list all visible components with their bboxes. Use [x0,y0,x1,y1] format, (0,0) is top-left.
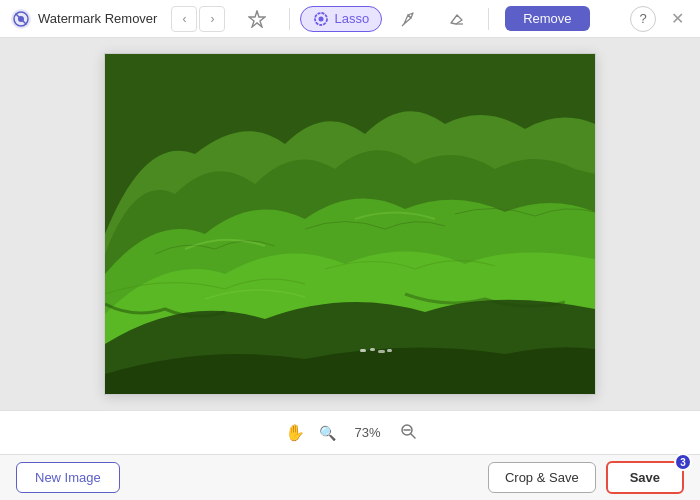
svg-line-6 [402,24,404,26]
pen-icon [401,11,417,27]
svg-rect-10 [370,348,375,351]
toolbar-divider-1 [289,8,290,30]
nav-buttons: ‹ › [171,6,225,32]
pan-icon[interactable]: ✋ [285,423,305,442]
lasso-icon [313,11,329,27]
right-actions: Crop & Save 3 Save [488,461,684,494]
new-image-button[interactable]: New Image [16,462,120,493]
back-button[interactable]: ‹ [171,6,197,32]
pen-tool-button[interactable] [388,6,430,32]
app-title: Watermark Remover [38,11,157,26]
main-image [105,54,595,394]
help-button[interactable]: ? [630,6,656,32]
svg-rect-12 [387,349,392,352]
toolbar-divider-2 [488,8,489,30]
svg-line-14 [411,434,415,438]
save-button-wrapper: 3 Save [606,461,684,494]
zoom-out-icon[interactable] [400,423,416,442]
image-container [104,53,596,395]
save-badge: 3 [674,453,692,471]
app-logo [10,8,32,30]
eraser-icon [449,11,465,27]
titlebar: Watermark Remover ‹ › Lasso [0,0,700,38]
window-controls: ? ✕ [630,6,690,32]
svg-rect-9 [360,349,366,352]
crop-save-button[interactable]: Crop & Save [488,462,596,493]
zoom-in-icon[interactable]: 🔍 [319,425,336,441]
statusbar: ✋ 🔍 73% [0,410,700,454]
lasso-tool-button[interactable]: Lasso [300,6,382,32]
save-button[interactable]: Save [606,461,684,494]
selection-tool-button[interactable] [235,5,279,33]
toolbar: Lasso Remove [235,5,630,33]
actionbar: New Image Crop & Save 3 Save [0,454,700,500]
svg-point-5 [319,16,324,21]
selection-icon [248,10,266,28]
remove-button[interactable]: Remove [505,6,589,31]
svg-marker-3 [249,11,265,27]
canvas-area [0,38,700,410]
close-button[interactable]: ✕ [664,6,690,32]
lasso-label: Lasso [334,11,369,26]
svg-rect-11 [378,350,385,353]
zoom-level: 73% [350,425,386,440]
eraser-tool-button[interactable] [436,6,478,32]
forward-button[interactable]: › [199,6,225,32]
